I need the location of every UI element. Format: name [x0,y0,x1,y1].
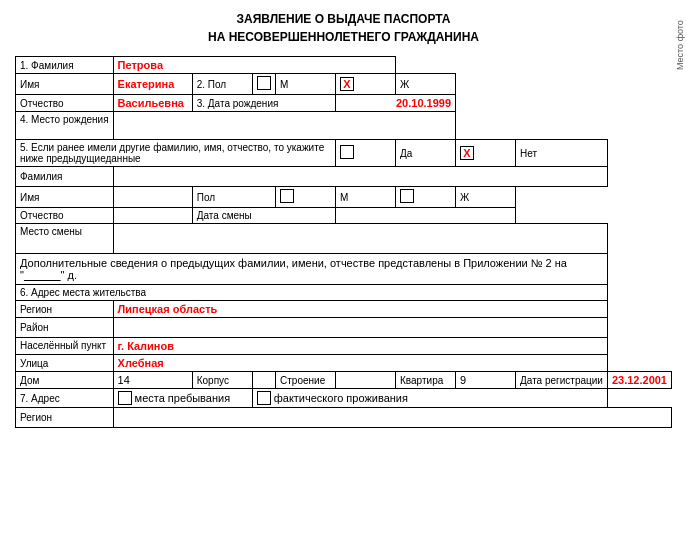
region-value: Липецкая область [113,301,607,318]
familiya2-label: Фамилия [16,167,114,187]
pol2-m-text: М [336,187,396,208]
page-title: ЗАЯВЛЕНИЕ О ВЫДАЧЕ ПАСПОРТА НА НЕСОВЕРШЕ… [15,10,672,46]
ulitsa-value: Хлебная [113,355,607,372]
pol2-zh-cell [396,187,456,208]
data-reg-label: Дата регистрации [516,372,608,389]
earlier-label: 5. Если ранее имели другие фамилию, имя,… [16,140,336,167]
region-label: Регион [16,301,114,318]
mesta-prebyvaniya-label: места пребывания [135,392,231,404]
data-rozhdeniya-label: 3. Дата рождения [192,95,335,112]
data-smeny-value [336,208,516,224]
net-label: Нет [516,140,608,167]
mesto-smeny-label: Место смены [16,224,114,254]
otchestvo-label: Отчество [16,95,114,112]
korpus-value [252,372,275,389]
region2-label: Регион [16,408,114,428]
rayon-value [113,318,607,338]
nasel-punkt-value: г. Калинов [113,338,607,355]
dom-label: Дом [16,372,114,389]
pol2-label: Пол [192,187,275,208]
adres-label: 6. Адрес места жительства [16,285,608,301]
ulitsa-label: Улица [16,355,114,372]
pol-m-checkbox[interactable] [257,76,271,90]
fakticheskogo-checkbox[interactable] [257,391,271,405]
data-smeny-label: Дата смены [192,208,335,224]
korpus-label: Корпус [192,372,252,389]
net-checkbox-cell: X [456,140,516,167]
familiya-label: 1. Фамилия [16,57,114,74]
mesto-rozhdeniya-value [113,112,455,140]
pol2-zh-checkbox[interactable] [400,189,414,203]
rayon-label: Район [16,318,114,338]
imya-value: Екатерина [113,74,192,95]
pol-m-text: М [276,74,336,95]
otchestvo2-label: Отчество [16,208,114,224]
otchestvo2-value [113,208,192,224]
imya2-label: Имя [16,187,114,208]
mesta-prebyvaniya-cell: места пребывания [113,389,252,408]
net-checkbox[interactable]: X [460,146,474,160]
stroenie-label: Строение [276,372,336,389]
imya2-value [113,187,192,208]
dom-value: 14 [113,372,192,389]
da-label: Да [396,140,456,167]
additional-info: Дополнительные сведения о предыдущих фам… [16,254,608,285]
da-checkbox-cell [336,140,396,167]
side-text: Место фото [675,10,685,70]
region2-value [113,408,671,428]
mesta-prebyvaniya-checkbox[interactable] [118,391,132,405]
pol-zh-cell: X [336,74,396,95]
otchestvo-value: Васильевна [113,95,192,112]
pol-zh-text: Ж [396,74,456,95]
pol-zh-checkbox[interactable]: X [340,77,354,91]
fakticheskogo-cell: фактического проживания [252,389,607,408]
kvartira-label: Квартира [396,372,456,389]
adres7-label: 7. Адрес [16,389,114,408]
fakticheskogo-label: фактического проживания [274,392,408,404]
da-checkbox[interactable] [340,145,354,159]
data-rozhdeniya-value: 20.10.1999 [336,95,456,112]
pol2-zh-text: Ж [456,187,516,208]
imya-label: Имя [16,74,114,95]
familiya2-value [113,167,607,187]
pol2-m-cell [276,187,336,208]
mesto-rozhdeniya-label: 4. Место рождения [16,112,114,140]
mesto-smeny-value [113,224,607,254]
nasel-punkt-label: Населённый пункт [16,338,114,355]
familiya-value: Петрова [113,57,395,74]
pol-label: 2. Пол [192,74,252,95]
pol-m-cell [252,74,275,95]
stroenie-value [336,372,396,389]
kvartira-value: 9 [456,372,516,389]
data-reg-value: 23.12.2001 [607,372,671,389]
pol2-m-checkbox[interactable] [280,189,294,203]
